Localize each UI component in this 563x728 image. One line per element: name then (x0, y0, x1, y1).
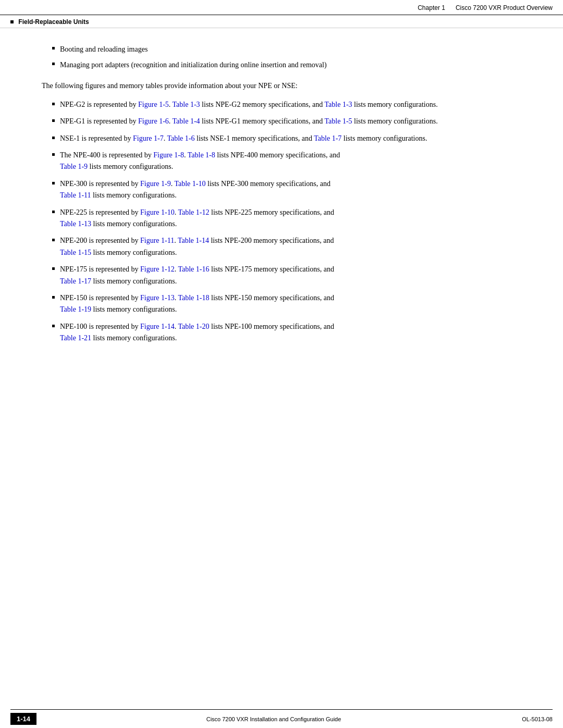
table-1-19-link[interactable]: Table 1-19 (60, 305, 91, 313)
npe-225-text: NPE-225 is represented by Figure 1-10. T… (60, 207, 521, 230)
npe-200-suffix: lists memory configurations. (91, 249, 177, 256)
table-1-11-link[interactable]: Table 1-11 (60, 191, 91, 199)
npe-g1-text: NPE-G1 is represented by Figure 1-6. Tab… (60, 116, 521, 127)
bullet-icon (52, 239, 55, 241)
chapter-label: Chapter 1 (418, 4, 445, 11)
footer-doc-number: OL-5013-08 (511, 716, 553, 722)
list-item: NPE-G2 is represented by Figure 1-5. Tab… (42, 99, 521, 110)
header-chapter-info: Chapter 1 Cisco 7200 VXR Product Overvie… (10, 4, 553, 11)
npe-100-text: NPE-100 is represented by Figure 1-14. T… (60, 321, 521, 344)
npe-g2-text: NPE-G2 is represented by Figure 1-5. Tab… (60, 99, 521, 110)
npe-g1-mid2: lists NPE-G1 memory specifications, and (200, 117, 325, 125)
chapter-title: Cisco 7200 VXR Product Overview (456, 4, 553, 11)
figure-1-13-link[interactable]: Figure 1-13 (140, 294, 175, 302)
list-item: NPE-300 is represented by Figure 1-9. Ta… (42, 178, 521, 202)
npe-150-suffix: lists memory configurations. (91, 305, 177, 313)
npe-items-list: NPE-G2 is represented by Figure 1-5. Tab… (42, 99, 521, 344)
npe-100-mid2: lists NPE-100 memory specifications, and (210, 323, 335, 330)
nse-1-suffix: lists memory configurations. (341, 134, 427, 142)
list-item: NPE-G1 is represented by Figure 1-6. Tab… (42, 116, 521, 127)
npe-g2-mid2: lists NPE-G2 memory specifications, and (200, 101, 325, 108)
npe-200-prefix: NPE-200 is represented by (60, 237, 140, 244)
bullet-icon (52, 182, 55, 184)
npe-225-suffix: lists memory configurations. (91, 220, 177, 228)
npe-200-mid1: . (174, 237, 178, 244)
list-item: Booting and reloading images (42, 44, 521, 55)
table-1-18-link[interactable]: Table 1-18 (178, 294, 209, 302)
npe-400-prefix: The NPE-400 is represented by (60, 151, 153, 159)
list-item: NPE-175 is represented by Figure 1-12. T… (42, 264, 521, 287)
main-content: Booting and reloading images Managing po… (0, 28, 563, 365)
npe-150-prefix: NPE-150 is represented by (60, 294, 140, 302)
npe-g2-suffix: lists memory configurations. (352, 101, 438, 108)
nse-1-prefix: NSE-1 is represented by (60, 134, 133, 142)
npe-200-text: NPE-200 is represented by Figure 1-11. T… (60, 235, 521, 258)
table-1-5-link[interactable]: Table 1-5 (324, 117, 352, 125)
intro-paragraph: The following figures and memory tables … (42, 80, 521, 92)
figure-1-14-link[interactable]: Figure 1-14 (140, 323, 175, 330)
table-1-10-link[interactable]: Table 1-10 (174, 180, 205, 188)
table-1-3-link-b[interactable]: Table 1-3 (324, 101, 352, 108)
npe-300-mid2: lists NPE-300 memory specifications, and (206, 180, 331, 188)
figure-1-6-link[interactable]: Figure 1-6 (138, 117, 169, 125)
table-1-21-link[interactable]: Table 1-21 (60, 334, 91, 342)
npe-225-prefix: NPE-225 is represented by (60, 208, 140, 216)
figure-1-7-link[interactable]: Figure 1-7 (133, 134, 164, 142)
npe-225-mid2: lists NPE-225 memory specifications, and (210, 208, 335, 216)
bullet-icon (52, 296, 55, 299)
bullet-icon (52, 119, 55, 122)
list-item: NPE-100 is represented by Figure 1-14. T… (42, 321, 521, 344)
intro-bullet-list: Booting and reloading images Managing po… (42, 44, 521, 71)
npe-400-mid2: lists NPE-400 memory specifications, and (215, 151, 340, 159)
bullet-icon (52, 63, 55, 65)
bullet-icon (52, 211, 55, 213)
table-1-12-link[interactable]: Table 1-12 (178, 208, 209, 216)
table-1-6-link[interactable]: Table 1-6 (167, 134, 194, 142)
table-1-15-link[interactable]: Table 1-15 (60, 249, 91, 256)
list-item: NSE-1 is represented by Figure 1-7. Tabl… (42, 133, 521, 144)
bullet-icon (52, 103, 55, 105)
table-1-9-link[interactable]: Table 1-9 (60, 163, 88, 170)
npe-100-suffix: lists memory configurations. (91, 334, 177, 342)
nse-1-text: NSE-1 is represented by Figure 1-7. Tabl… (60, 133, 521, 144)
npe-g1-prefix: NPE-G1 is represented by (60, 117, 138, 125)
table-1-4-link[interactable]: Table 1-4 (173, 117, 200, 125)
table-1-13-link[interactable]: Table 1-13 (60, 220, 91, 228)
figure-1-11-link[interactable]: Figure 1-11 (140, 237, 174, 244)
nse-1-mid2: lists NSE-1 memory specifications, and (195, 134, 314, 142)
table-1-7-link[interactable]: Table 1-7 (314, 134, 341, 142)
list-item: Managing port adapters (recognition and … (42, 59, 521, 71)
bullet-icon (52, 267, 55, 270)
npe-175-prefix: NPE-175 is represented by (60, 265, 140, 273)
table-1-20-link[interactable]: Table 1-20 (178, 323, 209, 330)
npe-400-mid1: . (184, 151, 188, 159)
npe-300-suffix: lists memory configurations. (91, 191, 177, 199)
figure-1-12-link[interactable]: Figure 1-12 (140, 265, 175, 273)
table-1-17-link[interactable]: Table 1-17 (60, 277, 91, 285)
bullet-icon (52, 137, 55, 139)
intro-bullet-1: Booting and reloading images (60, 44, 521, 55)
npe-150-mid2: lists NPE-150 memory specifications, and (210, 294, 335, 302)
table-1-16-link[interactable]: Table 1-16 (178, 265, 209, 273)
section-header: Field-Replaceable Units (0, 15, 563, 28)
intro-bullet-2: Managing port adapters (recognition and … (60, 59, 521, 71)
figure-1-9-link[interactable]: Figure 1-9 (140, 180, 171, 188)
npe-g2-mid1: . (169, 101, 173, 108)
npe-150-text: NPE-150 is represented by Figure 1-13. T… (60, 292, 521, 316)
list-item: NPE-200 is represented by Figure 1-11. T… (42, 235, 521, 258)
npe-300-text: NPE-300 is represented by Figure 1-9. Ta… (60, 178, 521, 202)
section-bullet-icon (10, 20, 14, 23)
figure-1-10-link[interactable]: Figure 1-10 (140, 208, 175, 216)
table-1-8-link[interactable]: Table 1-8 (188, 151, 215, 159)
list-item: NPE-225 is represented by Figure 1-10. T… (42, 207, 521, 230)
npe-175-suffix: lists memory configurations. (91, 277, 177, 285)
figure-1-8-link[interactable]: Figure 1-8 (153, 151, 184, 159)
bullet-icon (52, 153, 55, 156)
footer-guide-title: Cisco 7200 VXR Installation and Configur… (36, 716, 511, 722)
table-1-14-link[interactable]: Table 1-14 (178, 237, 209, 244)
npe-300-prefix: NPE-300 is represented by (60, 180, 140, 188)
bullet-icon (52, 325, 55, 327)
npe-g1-mid1: . (169, 117, 173, 125)
table-1-3-link-a[interactable]: Table 1-3 (173, 101, 200, 108)
figure-1-5-link[interactable]: Figure 1-5 (138, 101, 169, 108)
